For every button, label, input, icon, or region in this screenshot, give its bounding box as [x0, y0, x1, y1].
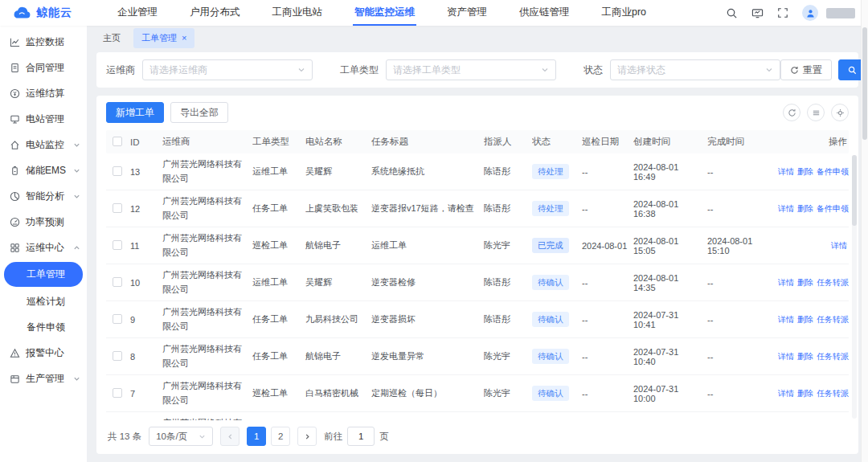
- row-checkbox[interactable]: [113, 240, 122, 250]
- page-size-select[interactable]: 10条/页: [149, 427, 213, 446]
- row-action-link[interactable]: 详情: [831, 241, 847, 250]
- row-actions: 详情删除任务转派: [778, 351, 849, 362]
- cell-task-title: 定期巡检（每日）: [371, 387, 484, 399]
- sidebar-item-报警中心[interactable]: 报警中心: [0, 340, 87, 366]
- filter-select[interactable]: 请选择工单类型: [386, 59, 556, 80]
- sidebar-item-合同管理[interactable]: 合同管理: [0, 55, 87, 80]
- next-page-button[interactable]: [297, 427, 317, 446]
- row-action-link[interactable]: 删除: [797, 315, 813, 324]
- topnav-item[interactable]: 资产管理: [445, 0, 489, 26]
- export-all-button[interactable]: 导出全部: [170, 102, 228, 123]
- sidebar-item-电站管理[interactable]: 电站管理: [0, 106, 87, 132]
- filter-field-状态: 状态 请选择状态: [583, 59, 780, 80]
- page-number-button[interactable]: 2: [271, 427, 290, 446]
- chevron-down-icon: [765, 66, 773, 74]
- sidebar-item-运维中心[interactable]: 运维中心: [0, 235, 87, 260]
- status-badge: 已完成: [532, 238, 569, 253]
- chevron-up-icon: [73, 244, 80, 251]
- cell-order-type: 任务工单: [252, 313, 305, 325]
- density-icon[interactable]: [807, 104, 825, 121]
- goto-page-input[interactable]: [347, 427, 375, 446]
- reset-button[interactable]: 重置: [780, 59, 832, 80]
- row-action-link[interactable]: 备件申领: [817, 204, 849, 213]
- fullscreen-icon[interactable]: [776, 6, 789, 19]
- battery-icon: [10, 166, 20, 176]
- row-action-link[interactable]: 删除: [797, 278, 813, 287]
- cell-inspect-date: --: [582, 167, 633, 177]
- row-action-link[interactable]: 备件申领: [817, 167, 849, 176]
- status-badge: 待处理: [532, 164, 569, 179]
- topnav-item[interactable]: 企业管理: [116, 0, 159, 26]
- row-checkbox[interactable]: [113, 203, 122, 213]
- chevron-down-icon: [73, 193, 80, 200]
- row-action-link[interactable]: 任务转派: [817, 352, 849, 361]
- sidebar-item-储能EMS[interactable]: 储能EMS: [0, 157, 87, 183]
- row-checkbox[interactable]: [113, 314, 122, 324]
- cell-order-type: 巡检工单: [252, 387, 305, 399]
- status-badge: 待确认: [532, 386, 569, 401]
- tab[interactable]: 工单管理 ×: [133, 28, 194, 48]
- sidebar-subitem-备件申领[interactable]: 备件申领: [0, 314, 87, 340]
- search-icon: [848, 66, 857, 75]
- row-action-link[interactable]: 详情: [778, 389, 794, 398]
- row-checkbox[interactable]: [113, 388, 122, 398]
- refresh-icon[interactable]: [783, 104, 800, 121]
- sidebar-item-监控数据[interactable]: 监控数据: [0, 29, 87, 55]
- topnav-item[interactable]: 工商业电站: [271, 0, 325, 26]
- filter-select[interactable]: 请选择运维商: [142, 59, 313, 80]
- row-action-link[interactable]: 任务转派: [817, 389, 849, 398]
- sidebar-subitem-巡检计划[interactable]: 巡检计划: [0, 288, 87, 314]
- cell-created-time: 2024-08-01 16:49: [633, 162, 707, 182]
- cell-id: 10: [130, 278, 162, 288]
- sidebar-item-运维结算[interactable]: 运维结算: [0, 80, 87, 106]
- sidebar-item-功率预测[interactable]: 功率预测: [0, 209, 87, 235]
- filter-select[interactable]: 请选择状态: [610, 59, 780, 80]
- table-scrollbar[interactable]: [852, 155, 857, 419]
- sidebar-subitem-工单管理[interactable]: 工单管理: [4, 262, 83, 287]
- row-action-link[interactable]: 删除: [797, 352, 813, 361]
- row-action-link[interactable]: 详情: [778, 204, 794, 213]
- sidebar-item-智能分析[interactable]: 智能分析: [0, 183, 87, 209]
- row-action-link[interactable]: 任务转派: [817, 278, 849, 287]
- topnav-item[interactable]: 智能监控运维: [353, 0, 416, 26]
- topnav-item[interactable]: 供应链管理: [518, 0, 571, 26]
- row-action-link[interactable]: 删除: [797, 167, 813, 176]
- cell-station: 吴耀辉: [305, 166, 371, 178]
- topnav-item[interactable]: 户用分布式: [188, 0, 242, 26]
- row-action-link[interactable]: 详情: [778, 352, 794, 361]
- page-scrollbar[interactable]: [861, 0, 868, 462]
- row-checkbox[interactable]: [113, 351, 122, 361]
- cell-finished-time: 2024-08-01 15:10: [707, 236, 778, 256]
- sidebar-item-电站监控[interactable]: 电站监控: [0, 132, 87, 157]
- add-work-order-button[interactable]: 新增工单: [106, 102, 164, 123]
- row-action-link[interactable]: 任务转派: [817, 315, 849, 324]
- row-action-link[interactable]: 详情: [778, 278, 794, 287]
- filter-buttons: 重置 搜索: [780, 59, 868, 80]
- prev-page-button[interactable]: [220, 427, 240, 446]
- row-action-link[interactable]: 详情: [778, 167, 794, 176]
- row-checkbox[interactable]: [113, 277, 122, 287]
- cell-order-type: 巡检工单: [252, 239, 305, 251]
- monitor-icon[interactable]: [751, 6, 764, 19]
- column-settings-icon[interactable]: [831, 104, 849, 121]
- sidebar-item-生产管理[interactable]: 生产管理: [0, 366, 87, 391]
- row-actions: 详情删除任务转派: [778, 388, 849, 399]
- column-header: ID: [130, 137, 162, 147]
- table-row: 11 广州芸光网络科技有限公司 巡检工单 航锦电子 运维工单 陈光宇 已完成 2…: [106, 227, 849, 264]
- topnav-item[interactable]: 工商业pro: [600, 0, 649, 26]
- row-checkbox[interactable]: [113, 166, 122, 176]
- table-row: 12 广州芸光网络科技有限公司 任务工单 上虞笑歌包装 逆变器报v17短路，请检…: [106, 190, 849, 227]
- cell-assignee: 陈语彤: [484, 166, 532, 178]
- select-all-checkbox[interactable]: [113, 137, 122, 146]
- search-icon[interactable]: [725, 6, 738, 19]
- tab[interactable]: 主页: [95, 28, 129, 48]
- cell-id: 7: [130, 389, 162, 399]
- close-icon[interactable]: ×: [182, 34, 186, 43]
- row-action-link[interactable]: 删除: [797, 389, 813, 398]
- page-number-button[interactable]: 1: [247, 427, 266, 446]
- top-bar: 鲸能云 企业管理户用分布式工商业电站智能监控运维资产管理供应链管理工商业pro: [0, 0, 868, 26]
- row-action-link[interactable]: 详情: [778, 315, 794, 324]
- row-action-link[interactable]: 删除: [797, 204, 813, 213]
- avatar[interactable]: [802, 5, 818, 21]
- row-actions: 详情: [778, 240, 849, 251]
